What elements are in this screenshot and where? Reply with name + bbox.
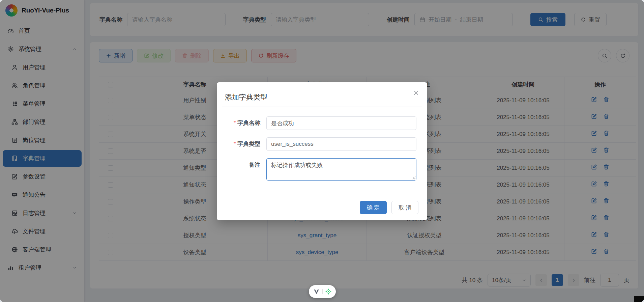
dialog-header: 添加字典类型 xyxy=(217,82,427,107)
add-dict-type-dialog: 添加字典类型 字典名称 字典类型 备注 标记操作成功或失败 xyxy=(217,82,427,220)
component-inspector-icon[interactable] xyxy=(325,289,331,295)
dialog-remark-textarea[interactable]: 标记操作成功或失败 xyxy=(266,158,416,181)
cancel-button[interactable]: 取 消 xyxy=(391,201,418,214)
dialog-dict-type-input[interactable] xyxy=(266,137,416,151)
close-icon[interactable] xyxy=(413,90,419,96)
dialog-footer: 确 定 取 消 xyxy=(360,201,418,214)
vue-devtools-icon[interactable] xyxy=(313,289,320,295)
textarea-resize-handle[interactable] xyxy=(412,176,415,180)
dialog-remark-label: 备注 xyxy=(225,158,260,172)
app-window: RuoYi-Vue-Plus 首页系统管理用户管理角色管理菜单管理部门管理岗位管… xyxy=(0,0,644,302)
devtools-toolbar xyxy=(309,285,336,298)
confirm-button[interactable]: 确 定 xyxy=(360,201,387,214)
devtools-divider xyxy=(322,289,323,294)
dialog-title: 添加字典类型 xyxy=(225,92,419,102)
dialog-form: 字典名称 字典类型 备注 标记操作成功或失败 xyxy=(217,107,427,181)
dialog-dict-type-label: 字典类型 xyxy=(225,137,260,151)
dialog-dict-name-input[interactable] xyxy=(266,116,416,130)
dialog-dict-name-label: 字典名称 xyxy=(225,116,260,130)
screen-corner-artifact xyxy=(634,296,644,302)
